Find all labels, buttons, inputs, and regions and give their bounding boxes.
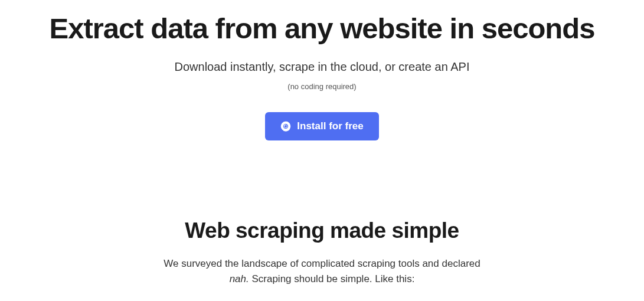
section-body-text-1: We surveyed the landscape of complicated… — [164, 258, 480, 269]
hero-subtitle: Download instantly, scrape in the cloud,… — [0, 60, 644, 74]
section-title: Web scraping made simple — [0, 218, 644, 243]
install-button-label: Install for free — [297, 120, 363, 132]
chrome-icon — [280, 121, 291, 132]
install-button[interactable]: Install for free — [265, 112, 378, 140]
section-body-text-2: Scraping should be simple. Like this: — [249, 273, 415, 284]
section-body: We surveyed the landscape of complicated… — [157, 256, 488, 287]
section-body-italic: nah. — [230, 273, 249, 284]
hero-title: Extract data from any website in seconds — [0, 13, 644, 45]
svg-point-4 — [285, 125, 287, 127]
simple-section: Web scraping made simple We surveyed the… — [0, 218, 644, 287]
hero-section: Extract data from any website in seconds… — [0, 0, 644, 140]
hero-note: (no coding required) — [0, 82, 644, 91]
